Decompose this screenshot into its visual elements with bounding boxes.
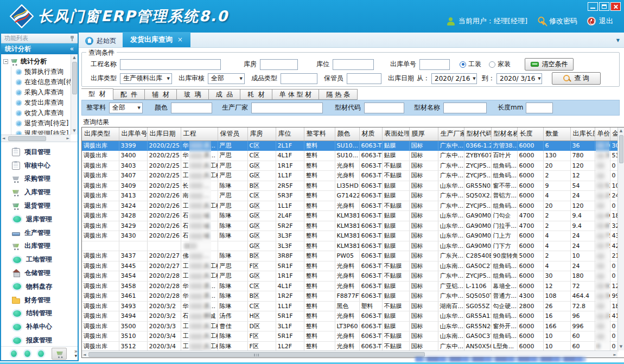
table-row[interactable]: 调拨出库 3430 2020/2/26 石城 陈琳 G区 3L3F 整料 KLM… — [82, 231, 618, 241]
sidebar-menu-item[interactable]: 退库管理 — [1, 213, 78, 226]
logout-button[interactable]: 退出 — [587, 16, 613, 26]
material-tab[interactable]: 玻 璃 — [177, 89, 209, 100]
manufacturer-input[interactable] — [251, 103, 323, 113]
scroll-right-icon[interactable]: ► — [614, 353, 616, 357]
table-row[interactable]: 调拨出库 3461 2020/2/28 华原... 陈琳 B区 1R2F 整料 … — [82, 291, 618, 302]
table-row[interactable]: 调拨出库 3399 2020/2/25 华原... 严思 C区 2L1F 整料 … — [82, 141, 618, 151]
tree-item[interactable]: 采购入库查询 — [11, 87, 71, 98]
sidebar-more-chevron[interactable]: »▼ — [74, 349, 78, 357]
table-row[interactable]: 调拨出库 3510 2020/3/4 工共工程 陈琳 F区 5R1F 整料 光身… — [82, 331, 618, 342]
radio-gongzhuang[interactable] — [460, 61, 466, 68]
column-header[interactable]: 数量 — [543, 127, 570, 141]
order-no-input[interactable] — [419, 59, 450, 70]
table-row[interactable]: 调拨出库 3403 2020/2/25 工共工程 严思 G区 1R1F 整料 光… — [82, 161, 618, 171]
table-row[interactable]: 调拨出库 3458 2020/2/28 华原... 陈琳 C区 4L1F 整料 … — [82, 281, 618, 291]
table-row[interactable]: 调拨出库 3500 2020/3/3 工共工程 曹佳 D区 3L1F 整料 LT… — [82, 321, 618, 331]
material-tab[interactable]: 型 材 — [81, 88, 113, 100]
out-type-select[interactable]: 生产领料出库▼ — [120, 73, 172, 84]
material-tab[interactable]: 配 件 — [113, 89, 145, 100]
table-row[interactable]: 调拨出库 3512 2020/3/4 工共工程 陈琳 F区 1L2F 整料 光身… — [82, 341, 618, 352]
tree-vertical-scrollbar[interactable]: ▲ ▼ — [71, 54, 78, 135]
scroll-up-icon[interactable]: ▲ — [71, 54, 78, 61]
tree-root-statistics[interactable]: 统计分析 — [3, 56, 71, 67]
column-header[interactable]: 型材名称 — [491, 127, 517, 141]
column-header[interactable]: 材质 — [359, 127, 382, 141]
table-row[interactable]: 调拨出库 3400 2020/2/25 华原... 严思 C区 4L1F 整料 … — [82, 151, 618, 161]
table-row[interactable]: 调拨出库 3494 2020/3/2 石辉城 汤伟 H区 5R1F 整料 光身料… — [82, 311, 618, 322]
change-password-button[interactable]: 修改密码 — [537, 16, 577, 26]
sidebar-shortcut-dot-3[interactable] — [38, 350, 44, 357]
scroll-left-icon[interactable]: ◄ — [83, 353, 86, 357]
sidebar-menu-item[interactable]: 生产管理 — [1, 226, 78, 240]
column-header[interactable]: 单价 — [595, 127, 610, 141]
column-header[interactable]: 工程 — [181, 127, 218, 141]
material-tab[interactable]: 耗 材 — [240, 89, 272, 100]
sidebar-menu-item[interactable]: 物料盘存 — [1, 280, 78, 293]
column-header[interactable]: 整零料 — [304, 127, 335, 141]
table-row[interactable]: 调拨出库 3428 2020/2/26 石城 陈琳 G区 2L4F 整料 KLM… — [82, 211, 618, 221]
table-row[interactable]: 调拨出库 3429 2020/2/26 石城 陈琳 G区 5R2F 整料 KLM… — [82, 221, 618, 231]
search-button[interactable]: 查 询 — [552, 72, 601, 85]
radio-jiazhuang[interactable] — [489, 61, 495, 68]
section-header[interactable]: 统计分析 « — [1, 43, 78, 54]
product-type-input[interactable] — [281, 73, 317, 84]
material-tab[interactable]: 成 品 — [209, 89, 241, 100]
sidebar-menu-item[interactable]: 财务管理 — [1, 293, 78, 307]
sidebar-menu-item[interactable]: 退货管理 — [1, 199, 78, 213]
column-header[interactable]: 膜厚 — [409, 127, 438, 141]
table-row[interactable]: 调拨出库 3413 2020/2/26 南... 严思 C区 5R3F 整料 G… — [82, 191, 618, 201]
material-tab[interactable]: 单 体 型 材 — [272, 89, 319, 100]
clear-conditions-button[interactable]: 清空条件 — [525, 58, 574, 71]
whole-part-select[interactable]: 全部▼ — [109, 103, 143, 113]
column-header[interactable]: 颜色 — [335, 127, 359, 141]
column-header[interactable]: 出库日期 — [147, 127, 181, 141]
table-row[interactable]: 调拨出库 3424 2020/2/26 工共工程 严思 G区 1L1F 整料 光… — [82, 201, 618, 211]
sidebar-menu-item[interactable]: 项目管理 — [1, 145, 78, 159]
sidebar-menu-item[interactable]: 工地管理 — [1, 253, 78, 266]
minimize-button[interactable] — [588, 2, 598, 11]
sidebar-menu-item[interactable]: 审核中心 — [1, 159, 78, 173]
sidebar-menu-item[interactable]: 入库管理 — [1, 186, 78, 199]
table-row[interactable]: G区 3L3F 整料 KLM3817 6063-T5 贴膜 国标 山东华... … — [82, 241, 618, 251]
tab-home[interactable]: 起始页 — [79, 34, 123, 47]
column-header[interactable]: 出库类型 — [82, 127, 119, 141]
length-input[interactable] — [526, 103, 553, 113]
scroll-up-icon[interactable]: ▲ — [618, 127, 624, 135]
column-header[interactable]: 出库长度 — [570, 127, 595, 141]
table-row[interactable]: 调拨出库 3493 2020/3/2 华原... 陈琳 C区 1L1F 整料 黑… — [82, 301, 618, 311]
color-input[interactable] — [171, 103, 212, 113]
sidebar-shortcut-dot-1[interactable] — [11, 350, 17, 357]
date-to-picker[interactable]: 2020/ 3/16▼ — [496, 73, 542, 84]
scroll-down-icon[interactable]: ▼ — [71, 127, 78, 135]
sidebar-shortcut-dot-2[interactable] — [24, 350, 30, 357]
tab-close-icon[interactable]: × — [177, 36, 183, 43]
audit-select[interactable]: 全部▼ — [208, 73, 245, 84]
column-header[interactable]: 型材代码 — [464, 127, 491, 141]
column-header[interactable]: 保管员 — [218, 127, 247, 141]
warehouse-input[interactable] — [260, 59, 298, 70]
profile-name-input[interactable] — [443, 103, 487, 113]
tab-shipment-query[interactable]: 发货出库查询 × — [123, 32, 190, 47]
column-header[interactable]: 金 — [610, 127, 618, 141]
tree-horizontal-scrollbar[interactable]: ◄ ► — [1, 135, 71, 142]
tree-item[interactable]: 预算执行查询 — [11, 67, 71, 77]
scroll-left-icon[interactable]: ◄ — [2, 135, 5, 142]
column-header[interactable]: 库房 — [247, 127, 276, 141]
sidebar-menu-item[interactable]: 仓储管理 — [1, 266, 78, 280]
table-row[interactable]: 调拨出库 3407 2020/2/25 工共工程 严思 G区 1L1F 整料 光… — [82, 171, 618, 181]
sidebar-menu-item[interactable]: 出库管理 — [1, 240, 78, 253]
location-input[interactable] — [333, 59, 374, 70]
column-header[interactable]: 出库单号 — [119, 127, 147, 141]
scroll-right-icon[interactable]: ► — [67, 135, 69, 142]
material-tab[interactable]: 隔 热 条 — [319, 89, 358, 100]
column-header[interactable]: 长度 — [517, 127, 543, 141]
tree-item[interactable]: 退货查询[待定] — [11, 118, 71, 129]
material-tab[interactable]: 辅 材 — [145, 89, 177, 100]
table-row[interactable]: 调拨出库 3445 2020/2/27 工共工程 严思 F区 5R1F 整料 光… — [82, 261, 618, 271]
sidebar-shortcut-cart-button[interactable] — [52, 348, 67, 360]
chevron-down-icon[interactable]: ▼ — [616, 38, 620, 43]
maximize-button[interactable] — [599, 2, 609, 11]
tree-item[interactable]: 发货出库查询 — [11, 98, 71, 108]
collapse-icon[interactable]: « — [70, 45, 74, 53]
sidebar-menu-item[interactable]: 补单中心 — [1, 320, 78, 334]
